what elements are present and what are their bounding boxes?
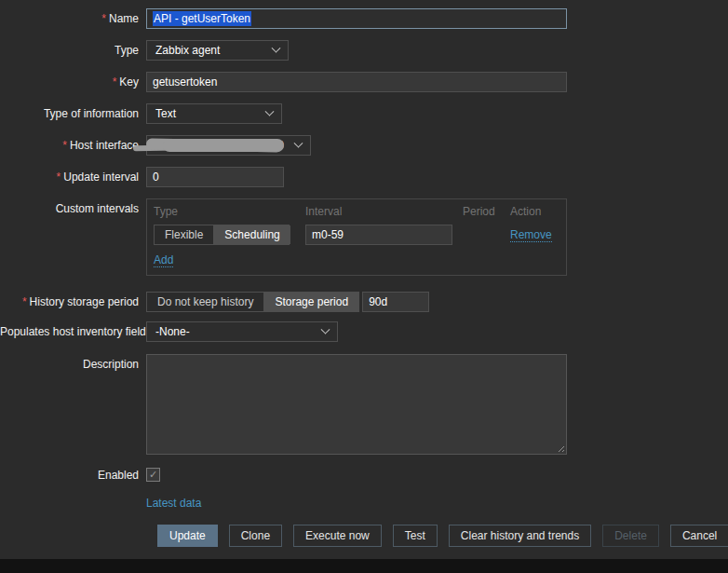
type-label: Type	[0, 40, 146, 57]
interval-type-option-scheduling[interactable]: Scheduling	[213, 225, 290, 244]
row-update-interval: *Update interval 0	[0, 167, 728, 187]
custom-intervals-label: Custom intervals	[0, 198, 146, 215]
populates-host-inventory-select[interactable]: -None-	[146, 321, 338, 342]
column-header-period: Period	[463, 205, 510, 218]
type-of-information-label: Type of information	[0, 103, 146, 120]
name-label: *Name	[0, 8, 146, 25]
required-marker: *	[101, 12, 106, 25]
interval-input[interactable]: m0-59	[305, 225, 452, 245]
update-button[interactable]: Update	[157, 525, 218, 547]
description-textarea[interactable]	[146, 354, 567, 455]
chevron-down-icon	[294, 138, 303, 147]
chevron-down-icon	[272, 43, 281, 52]
update-interval-input[interactable]: 0	[146, 167, 284, 187]
row-custom-intervals: Custom intervals Type Interval Period Ac…	[0, 198, 728, 276]
resize-grip-icon[interactable]	[556, 443, 564, 452]
item-config-form: *Name API - getUserToken Type Zabbix age…	[0, 0, 728, 559]
add-link[interactable]: Add	[154, 253, 173, 267]
redaction-scribble	[163, 139, 284, 152]
row-populates-host-inventory: Populates host inventory field -None-	[0, 321, 728, 342]
latest-data-spacer	[0, 495, 146, 498]
type-of-information-select[interactable]: Text	[146, 103, 282, 124]
row-name: *Name API - getUserToken	[0, 8, 728, 29]
history-option-do-not-keep[interactable]: Do not keep history	[147, 293, 263, 311]
type-of-information-value: Text	[155, 107, 176, 120]
required-marker: *	[113, 75, 117, 89]
name-input[interactable]: API - getUserToken	[146, 8, 567, 29]
clear-history-and-trends-button[interactable]: Clear history and trends	[449, 525, 591, 547]
required-marker: *	[57, 171, 61, 184]
column-header-action: Action	[510, 205, 559, 218]
row-enabled: Enabled ✓	[0, 468, 728, 482]
clone-button[interactable]: Clone	[229, 525, 282, 547]
description-label: Description	[0, 354, 146, 371]
column-header-interval: Interval	[305, 205, 463, 218]
row-key: *Key getusertoken	[0, 72, 728, 92]
history-option-storage-period[interactable]: Storage period	[263, 293, 358, 311]
row-latest-data: Latest data	[0, 495, 728, 510]
row-history-storage-period: *History storage period Do not keep hist…	[0, 292, 728, 312]
test-button[interactable]: Test	[393, 525, 438, 547]
key-label: *Key	[0, 72, 146, 89]
row-footer-buttons: Update Clone Execute now Test Clear hist…	[0, 525, 728, 547]
latest-data-link[interactable]: Latest data	[146, 497, 201, 510]
execute-now-button[interactable]: Execute now	[293, 525, 382, 547]
interval-type-option-flexible[interactable]: Flexible	[155, 225, 213, 244]
row-type: Type Zabbix agent	[0, 40, 728, 61]
enabled-label: Enabled	[0, 468, 146, 482]
check-icon: ✓	[149, 470, 157, 480]
enabled-checkbox[interactable]: ✓	[146, 468, 160, 482]
update-interval-label: *Update interval	[0, 167, 146, 184]
history-storage-segmented-control: Do not keep history Storage period	[146, 292, 359, 312]
required-marker: *	[22, 295, 27, 308]
history-storage-value-input[interactable]: 90d	[362, 292, 429, 312]
delete-button[interactable]: Delete	[602, 525, 659, 547]
row-type-of-information: Type of information Text	[0, 103, 728, 124]
host-interface-label: *Host interface	[0, 135, 146, 152]
key-input[interactable]: getusertoken	[146, 72, 567, 92]
populates-host-inventory-label: Populates host inventory field	[0, 321, 146, 338]
cancel-button[interactable]: Cancel	[670, 525, 728, 547]
remove-link[interactable]: Remove	[510, 228, 552, 242]
type-select[interactable]: Zabbix agent	[146, 40, 289, 61]
history-storage-period-label: *History storage period	[0, 292, 146, 308]
column-header-type: Type	[154, 205, 305, 218]
required-marker: *	[62, 139, 67, 152]
selected-text: API - getUserToken	[153, 11, 251, 26]
row-host-interface: *Host interface 50	[0, 135, 728, 156]
type-select-value: Zabbix agent	[155, 44, 220, 57]
chevron-down-icon	[265, 106, 275, 116]
custom-intervals-fieldset: Type Interval Period Action Flexible Sch…	[146, 198, 567, 276]
row-description: Description	[0, 354, 728, 455]
buttons-spacer	[0, 534, 146, 538]
populates-host-inventory-value: -None-	[155, 325, 190, 338]
chevron-down-icon	[321, 324, 330, 334]
interval-type-segmented-control: Flexible Scheduling	[154, 225, 290, 245]
